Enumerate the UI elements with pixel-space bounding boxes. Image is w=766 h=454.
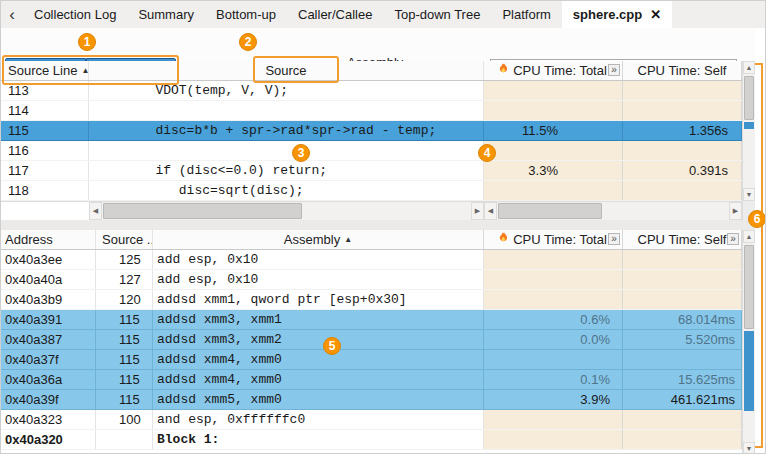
column-header-assembly[interactable]: Assembly ▲ [153,230,484,249]
annotation-badge-1: 1 [78,33,96,51]
source-line-number: 115 [96,350,153,369]
source-line-number: 113 [1,81,89,100]
assembly-row[interactable]: 0x40a387115addsd xmm3, xmm20.0%5.520ms [1,330,755,350]
source-line-number [96,430,153,449]
assembly-row[interactable]: 0x40a40a127add esp, 0x10 [1,270,755,290]
source-line-number: 115 [1,121,89,140]
source-row[interactable]: 113 VDOT(temp, V, V); [1,81,755,101]
assembly-panel-header: Address Source ... Assembly ▲ CPU Time: … [1,230,755,250]
column-header-source-line[interactable]: Source Line ▲ [1,61,89,80]
tab-summary[interactable]: Summary [127,1,205,28]
assembly-row[interactable]: 0x40a391115addsd xmm3, xmm10.6%68.014ms [1,310,755,330]
assembly-row[interactable]: 0x40a3ee125add esp, 0x10 [1,250,755,270]
tab-list: Collection LogSummaryBottom-upCaller/Cal… [23,1,672,28]
assembly-row[interactable]: 0x40a3b9120addsd xmm1, qword ptr [esp+0x… [1,290,755,310]
tab-collection-log[interactable]: Collection Log [23,1,127,28]
source-row[interactable]: 114 [1,101,755,121]
cpu-self-value: 15.625ms [623,370,742,389]
vtune-source-assembly-view: ‹ Collection LogSummaryBottom-upCaller/C… [0,0,766,454]
source-line-number: 125 [96,250,153,269]
column-header-cpu-self[interactable]: CPU Time: Self » [623,230,742,249]
instruction-address: 0x40a387 [1,330,96,349]
scroll-up-icon[interactable]: ▲ [743,230,755,243]
column-header-cpu-self[interactable]: CPU Time: Self [623,61,742,80]
panel-splitter[interactable] [1,220,766,230]
source-hscrollbar[interactable]: ◀ ▶ [89,202,484,220]
tab-label: Caller/Callee [298,7,372,22]
instruction-address: 0x40a320 [1,430,96,449]
assembly-row[interactable]: 0x40a36a115addsd xmm4, xmm00.1%15.625ms [1,370,755,390]
annotation-badge-6: 6 [748,210,766,228]
tab-label: Bottom-up [216,7,276,22]
annotation-badge-4: 4 [478,144,496,162]
column-header-source[interactable]: Source [89,61,484,80]
source-code: disc=sqrt(disc); [89,181,484,200]
cpu-total-value: 3.3% [484,161,623,180]
cpu-total-value [484,141,623,160]
tab-bottom-up[interactable]: Bottom-up [205,1,287,28]
assembly-row[interactable]: 0x40a39f115addsd xmm5, xmm03.9%461.621ms [1,390,755,410]
instruction-address: 0x40a40a [1,270,96,289]
assembly-row[interactable]: 0x40a323100and esp, 0xffffffc0 [1,410,755,430]
annotation-badge-5: 5 [323,337,341,355]
tab-bar: ‹ Collection LogSummaryBottom-upCaller/C… [1,1,766,28]
column-header-label: CPU Time: Self [638,61,727,80]
column-header-label: Address [5,230,53,249]
source-line-number: 116 [1,141,89,160]
column-header-cpu-total[interactable]: CPU Time: Total » [484,230,623,249]
assembly-code: addsd xmm3, xmm1 [153,310,484,329]
sort-asc-icon: ▲ [344,230,352,249]
expand-column-icon[interactable]: » [727,233,739,245]
tab-top-down-tree[interactable]: Top-down Tree [383,1,491,28]
instruction-address: 0x40a37f [1,350,96,369]
assembly-row[interactable]: 0x40a320Block 1: [1,430,755,450]
tab-label: Top-down Tree [394,7,480,22]
instruction-address: 0x40a3b9 [1,290,96,309]
source-panel-header: Source Line ▲ Source CPU Time: Total » C… [1,61,755,81]
cpu-total-value: 3.9% [484,390,623,409]
scroll-right-icon[interactable]: ▶ [729,202,742,220]
annotation-badge-3: 3 [292,144,310,162]
assembly-vscrollbar[interactable]: ▲ ▼ [742,230,755,454]
cpu-self-value [623,81,742,100]
source-line-number: 117 [1,161,89,180]
scroll-right-icon[interactable]: ▶ [471,202,484,220]
tab-sphere-cpp[interactable]: sphere.cpp✕ [562,1,672,28]
assembly-code: Block 1: [153,430,484,449]
source-code [89,101,484,120]
scroll-left-icon[interactable]: ◀ [484,202,497,220]
back-button[interactable]: ‹ [1,1,23,28]
source-vscrollbar[interactable]: ▲ ▼ [742,61,755,201]
vscroll-thumb[interactable] [744,245,754,329]
assembly-code: add esp, 0x10 [153,250,484,269]
expand-column-icon[interactable]: » [608,64,620,76]
source-line-number: 120 [96,290,153,309]
assembly-row[interactable]: 0x40a37f115addsd xmm4, xmm0 [1,350,755,370]
scroll-down-icon[interactable]: ▼ [743,188,755,201]
column-header-source-line[interactable]: Source ... [96,230,153,249]
source-row[interactable]: 115 disc=b*b + spr->rad*spr->rad - temp;… [1,121,755,141]
vscroll-thumb[interactable] [744,76,754,120]
cpu-total-value [484,250,623,269]
scroll-down-icon[interactable]: ▼ [743,442,755,454]
tab-caller-callee[interactable]: Caller/Callee [287,1,383,28]
cpu-self-value: 1.356s [623,121,742,140]
close-icon[interactable]: ✕ [650,7,661,22]
hotspot-marker [744,331,754,411]
scroll-up-icon[interactable]: ▲ [743,61,755,74]
tab-label: sphere.cpp [573,7,642,22]
source-row[interactable]: 117 if (disc<=0.0) return;3.3%0.391s [1,161,755,181]
source-row[interactable]: 118 disc=sqrt(disc); [1,181,755,201]
hscroll-thumb[interactable] [498,203,602,219]
hscroll-thumb[interactable] [103,203,302,219]
cpu-self-value [623,350,742,369]
cpu-hscrollbar[interactable]: ◀ ▶ [484,202,742,220]
right-gutter [755,28,766,454]
expand-column-icon[interactable]: » [608,233,620,245]
column-header-cpu-total[interactable]: CPU Time: Total » [484,61,623,80]
source-row[interactable]: 116 [1,141,755,161]
scroll-left-icon[interactable]: ◀ [89,202,102,220]
column-header-address[interactable]: Address [1,230,96,249]
source-line-number: 115 [96,330,153,349]
tab-platform[interactable]: Platform [491,1,561,28]
